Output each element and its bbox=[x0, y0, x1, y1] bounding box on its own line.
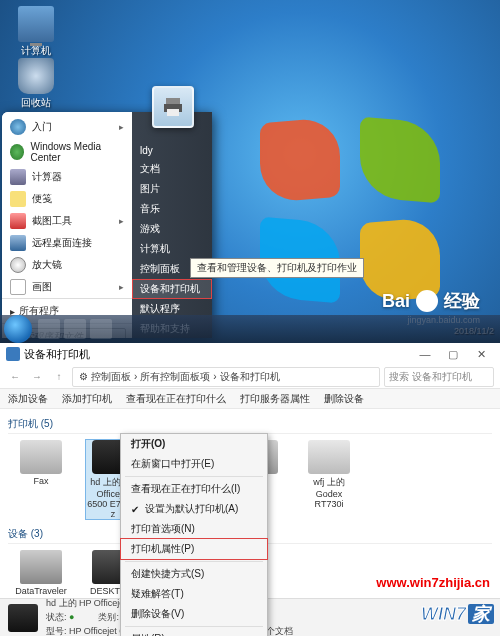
submenu-arrow-icon: ▸ bbox=[119, 122, 124, 132]
wmc-icon bbox=[10, 144, 24, 160]
context-menu: 打开(O) 在新窗口中打开(E) 查看现在正在打印什么(I) ✔设置为默认打印机… bbox=[120, 433, 268, 636]
minimize-button[interactable]: — bbox=[412, 345, 438, 363]
magnifier-icon bbox=[10, 257, 26, 273]
section-printers[interactable]: 打印机 (5) bbox=[8, 415, 492, 434]
ctx-shortcut[interactable]: 创建快捷方式(S) bbox=[121, 564, 267, 584]
explorer-body: 打印机 (5) Fax hd 上的 HP Officejet 6500 E710… bbox=[0, 409, 500, 575]
startmenu-item-getting-started[interactable]: 入门▸ bbox=[2, 116, 132, 138]
startmenu-pictures[interactable]: 图片 bbox=[132, 179, 212, 199]
sticky-icon bbox=[10, 191, 26, 207]
computer-icon bbox=[18, 6, 54, 42]
taskbar-wmp-icon[interactable] bbox=[90, 319, 112, 339]
toolbar-add-printer[interactable]: 添加打印机 bbox=[62, 392, 112, 406]
startmenu-computer[interactable]: 计算机 bbox=[132, 239, 212, 259]
window-title: 设备和打印机 bbox=[24, 347, 90, 362]
startmenu-item-sticky[interactable]: 便笺 bbox=[2, 188, 132, 210]
breadcrumb-icon: ⚙ bbox=[79, 371, 88, 382]
breadcrumb[interactable]: ⚙ 控制面板› 所有控制面板项› 设备和打印机 bbox=[72, 367, 380, 387]
startmenu-music[interactable]: 音乐 bbox=[132, 199, 212, 219]
calculator-icon bbox=[10, 169, 26, 185]
baidu-watermark: Bai 经验 bbox=[382, 289, 480, 313]
nav-bar: ← → ↑ ⚙ 控制面板› 所有控制面板项› 设备和打印机 搜索 设备和打印机 bbox=[0, 365, 500, 389]
startmenu-item-snipping[interactable]: 截图工具▸ bbox=[2, 210, 132, 232]
desktop-icon-recycle[interactable]: 回收站 bbox=[12, 58, 60, 110]
desktop-icon-label: 计算机 bbox=[12, 44, 60, 58]
recycle-icon bbox=[18, 58, 54, 94]
startmenu-documents[interactable]: 文档 bbox=[132, 159, 212, 179]
desktop-icon-computer[interactable]: 计算机 bbox=[12, 6, 60, 58]
fax-icon bbox=[20, 440, 62, 474]
ctx-properties[interactable]: 属性(R) bbox=[121, 629, 267, 636]
devices-printers-icon bbox=[6, 347, 20, 361]
taskbar bbox=[0, 315, 500, 343]
usb-drive-icon bbox=[20, 550, 62, 584]
toolbar-print-server[interactable]: 打印服务器属性 bbox=[240, 392, 310, 406]
ctx-preferences[interactable]: 打印首选项(N) bbox=[121, 519, 267, 539]
toolbar-view-printing[interactable]: 查看现在正在打印什么 bbox=[126, 392, 226, 406]
taskbar-explorer-icon[interactable] bbox=[64, 319, 86, 339]
startmenu-item-magnifier[interactable]: 放大镜 bbox=[2, 254, 132, 276]
search-box[interactable]: 搜索 设备和打印机 bbox=[384, 367, 494, 387]
ctx-troubleshoot[interactable]: 疑难解答(T) bbox=[121, 584, 267, 604]
ctx-separator bbox=[125, 561, 263, 562]
device-fax[interactable]: Fax bbox=[14, 440, 68, 519]
start-menu-right: ldy 文档 图片 音乐 游戏 计算机 控制面板 设备和打印机 默认程序 帮助和… bbox=[132, 112, 212, 338]
toolbar-add-device[interactable]: 添加设备 bbox=[8, 392, 48, 406]
baidu-paw-icon bbox=[416, 290, 438, 312]
ctx-view-printing[interactable]: 查看现在正在打印什么(I) bbox=[121, 479, 267, 499]
watermark-logo: WIN7家 bbox=[421, 602, 494, 626]
desktop-icon-label: 回收站 bbox=[12, 96, 60, 110]
maximize-button[interactable]: ▢ bbox=[440, 345, 466, 363]
back-button[interactable]: ← bbox=[6, 368, 24, 386]
ctx-separator bbox=[125, 476, 263, 477]
start-button[interactable] bbox=[4, 315, 32, 343]
device-godex[interactable]: wfj 上的 Godex RT730i bbox=[302, 440, 356, 519]
startmenu-games[interactable]: 游戏 bbox=[132, 219, 212, 239]
snipping-icon bbox=[10, 213, 26, 229]
startmenu-item-remote[interactable]: 远程桌面连接 bbox=[2, 232, 132, 254]
startmenu-item-calculator[interactable]: 计算器 bbox=[2, 166, 132, 188]
printer-icon bbox=[308, 440, 350, 474]
ctx-new-window[interactable]: 在新窗口中打开(E) bbox=[121, 454, 267, 474]
toolbar-remove-device[interactable]: 删除设备 bbox=[324, 392, 364, 406]
submenu-arrow-icon: ▸ bbox=[119, 216, 124, 226]
user-avatar[interactable] bbox=[152, 86, 194, 128]
submenu-arrow-icon: ▸ bbox=[119, 282, 124, 292]
svg-rect-0 bbox=[166, 98, 180, 104]
forward-button[interactable]: → bbox=[28, 368, 46, 386]
svg-rect-2 bbox=[167, 109, 179, 116]
up-button[interactable]: ↑ bbox=[50, 368, 68, 386]
start-menu: 入门▸ Windows Media Center 计算器 便笺 截图工具▸ 远程… bbox=[2, 112, 212, 338]
startmenu-item-wmc[interactable]: Windows Media Center bbox=[2, 138, 132, 166]
ctx-printer-properties[interactable]: 打印机属性(P) bbox=[120, 538, 268, 560]
explorer-window: 设备和打印机 — ▢ ✕ ← → ↑ ⚙ 控制面板› 所有控制面板项› 设备和打… bbox=[0, 343, 500, 636]
toolbar: 添加设备 添加打印机 查看现在正在打印什么 打印服务器属性 删除设备 bbox=[0, 389, 500, 409]
ctx-separator bbox=[125, 626, 263, 627]
startmenu-devices-printers[interactable]: 设备和打印机 bbox=[132, 279, 212, 299]
start-menu-left: 入门▸ Windows Media Center 计算器 便笺 截图工具▸ 远程… bbox=[2, 112, 132, 338]
status-printer-icon bbox=[8, 604, 38, 632]
check-icon: ✔ bbox=[131, 504, 139, 515]
ctx-remove[interactable]: 删除设备(V) bbox=[121, 604, 267, 624]
startmenu-item-paint[interactable]: 画图▸ bbox=[2, 276, 132, 298]
window-controls: — ▢ ✕ bbox=[412, 345, 494, 363]
win7-desktop: 计算机 回收站 入门▸ Windows Media Center 计算器 便笺 … bbox=[0, 0, 500, 343]
close-button[interactable]: ✕ bbox=[468, 345, 494, 363]
taskbar-ie-icon[interactable] bbox=[38, 319, 60, 339]
getting-started-icon bbox=[10, 119, 26, 135]
ctx-set-default[interactable]: ✔设置为默认打印机(A) bbox=[121, 499, 267, 519]
remote-icon bbox=[10, 235, 26, 251]
paint-icon bbox=[10, 279, 26, 295]
window-titlebar: 设备和打印机 — ▢ ✕ bbox=[0, 343, 500, 365]
startmenu-user[interactable]: ldy bbox=[132, 142, 212, 159]
watermark-url: www.win7zhijia.cn bbox=[376, 575, 490, 590]
printer-icon bbox=[161, 95, 185, 119]
ctx-open[interactable]: 打开(O) bbox=[121, 434, 267, 454]
startmenu-tooltip: 查看和管理设备、打印机及打印作业 bbox=[190, 258, 364, 278]
